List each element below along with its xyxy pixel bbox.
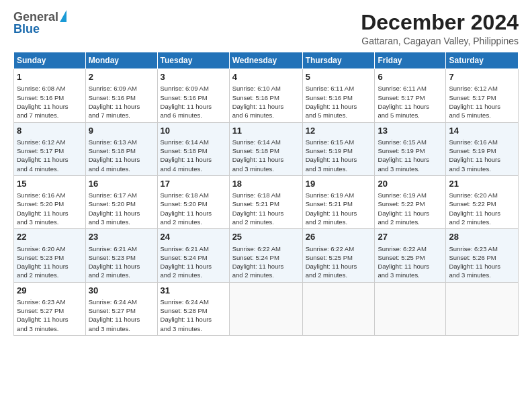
day-info-line: and 6 minutes. xyxy=(232,111,300,120)
day-number: 22 xyxy=(17,231,83,243)
day-info-line: Daylight: 11 hours xyxy=(306,155,372,164)
day-info-line: Sunrise: 6:12 AM xyxy=(17,138,83,146)
day-info-line: and 2 minutes. xyxy=(161,271,226,279)
day-number: 9 xyxy=(89,125,154,137)
day-info-line: Daylight: 11 hours xyxy=(232,102,300,111)
calendar-cell: 26Sunrise: 6:22 AMSunset: 5:25 PMDayligh… xyxy=(302,229,375,282)
calendar-cell xyxy=(302,282,375,335)
day-info-line: and 5 minutes. xyxy=(306,111,372,120)
day-info-line: and 2 minutes. xyxy=(449,218,515,226)
col-header-tuesday: Tuesday xyxy=(157,52,229,69)
col-header-sunday: Sunday xyxy=(14,52,86,69)
calendar-cell: 16Sunrise: 6:17 AMSunset: 5:20 PMDayligh… xyxy=(85,175,157,228)
day-info-line: Daylight: 11 hours xyxy=(232,262,300,271)
day-info-line: Sunset: 5:17 PM xyxy=(378,93,443,102)
calendar-cell: 27Sunrise: 6:22 AMSunset: 5:25 PMDayligh… xyxy=(375,229,446,282)
logo-blue: Blue xyxy=(13,23,40,36)
day-info-line: Sunset: 5:19 PM xyxy=(306,146,372,155)
day-info-line: Sunset: 5:24 PM xyxy=(161,253,226,262)
day-info-line: Daylight: 11 hours xyxy=(378,262,443,271)
day-info-line: Daylight: 11 hours xyxy=(449,262,515,271)
day-info-line: Sunset: 5:17 PM xyxy=(17,146,83,155)
day-info-line: Sunrise: 6:11 AM xyxy=(306,84,372,93)
calendar-cell: 14Sunrise: 6:16 AMSunset: 5:19 PMDayligh… xyxy=(446,122,519,175)
day-info-line: Sunrise: 6:15 AM xyxy=(306,138,372,146)
col-header-saturday: Saturday xyxy=(446,52,519,69)
day-info-line: Sunrise: 6:14 AM xyxy=(232,138,300,146)
calendar-cell: 21Sunrise: 6:20 AMSunset: 5:22 PMDayligh… xyxy=(446,175,519,228)
month-title: December 2024 xyxy=(361,11,519,34)
day-info-line: Daylight: 11 hours xyxy=(161,262,226,271)
day-number: 6 xyxy=(378,71,443,83)
day-info-line: Daylight: 11 hours xyxy=(449,209,515,218)
day-info-line: Daylight: 11 hours xyxy=(17,102,83,111)
day-info-line: and 3 minutes. xyxy=(89,324,154,333)
calendar-cell: 19Sunrise: 6:19 AMSunset: 5:21 PMDayligh… xyxy=(302,175,375,228)
day-number: 30 xyxy=(89,285,154,297)
day-info-line: Sunset: 5:21 PM xyxy=(306,199,372,208)
day-info-line: Sunrise: 6:14 AM xyxy=(161,138,226,146)
day-info-line: Sunrise: 6:18 AM xyxy=(232,191,300,199)
day-info-line: Daylight: 11 hours xyxy=(17,209,83,218)
day-info-line: and 3 minutes. xyxy=(449,165,515,173)
day-info-line: Sunset: 5:18 PM xyxy=(232,146,300,155)
day-info-line: Sunrise: 6:16 AM xyxy=(17,191,83,199)
day-info-line: Sunrise: 6:20 AM xyxy=(449,191,515,199)
day-number: 25 xyxy=(232,231,300,243)
calendar-cell xyxy=(446,282,519,335)
day-info-line: and 3 minutes. xyxy=(232,165,300,173)
day-info-line: Sunrise: 6:24 AM xyxy=(89,298,154,306)
day-info-line: Sunset: 5:26 PM xyxy=(449,253,515,262)
location: Gattaran, Cagayan Valley, Philippines xyxy=(361,36,519,46)
day-info-line: and 3 minutes. xyxy=(378,271,443,279)
day-info-line: Daylight: 11 hours xyxy=(378,102,443,111)
day-info-line: Sunset: 5:19 PM xyxy=(449,146,515,155)
calendar-cell: 3Sunrise: 6:09 AMSunset: 5:16 PMDaylight… xyxy=(157,69,229,122)
title-block: December 2024 Gattaran, Cagayan Valley, … xyxy=(361,11,519,46)
calendar-table: SundayMondayTuesdayWednesdayThursdayFrid… xyxy=(13,52,519,336)
calendar-cell: 30Sunrise: 6:24 AMSunset: 5:27 PMDayligh… xyxy=(85,282,157,335)
day-info-line: and 7 minutes. xyxy=(17,111,83,120)
day-info-line: and 3 minutes. xyxy=(17,218,83,226)
day-info-line: Sunset: 5:28 PM xyxy=(161,306,226,315)
day-info-line: Sunset: 5:25 PM xyxy=(378,253,443,262)
day-info-line: and 3 minutes. xyxy=(449,271,515,279)
calendar-cell: 8Sunrise: 6:12 AMSunset: 5:17 PMDaylight… xyxy=(14,122,86,175)
day-number: 21 xyxy=(449,178,515,190)
day-info-line: Sunset: 5:20 PM xyxy=(89,199,154,208)
day-number: 28 xyxy=(449,231,515,243)
day-info-line: Sunset: 5:25 PM xyxy=(306,253,372,262)
day-number: 12 xyxy=(306,125,372,137)
day-info-line: Sunrise: 6:10 AM xyxy=(232,84,300,93)
day-info-line: Sunrise: 6:21 AM xyxy=(161,244,226,253)
calendar-cell xyxy=(375,282,446,335)
day-info-line: Sunrise: 6:24 AM xyxy=(161,298,226,306)
day-info-line: Sunrise: 6:11 AM xyxy=(378,84,443,93)
day-info-line: and 2 minutes. xyxy=(17,271,83,279)
day-info-line: Sunrise: 6:22 AM xyxy=(378,244,443,253)
day-info-line: and 2 minutes. xyxy=(306,218,372,226)
day-info-line: Sunset: 5:16 PM xyxy=(17,93,83,102)
calendar-cell xyxy=(229,282,302,335)
day-info-line: and 3 minutes. xyxy=(89,218,154,226)
day-info-line: Sunrise: 6:23 AM xyxy=(449,244,515,253)
day-info-line: Sunset: 5:22 PM xyxy=(449,199,515,208)
day-info-line: Sunset: 5:23 PM xyxy=(89,253,154,262)
calendar-cell: 17Sunrise: 6:18 AMSunset: 5:20 PMDayligh… xyxy=(157,175,229,228)
day-info-line: Sunrise: 6:19 AM xyxy=(306,191,372,199)
header: General Blue December 2024 Gattaran, Cag… xyxy=(13,11,519,46)
day-info-line: Daylight: 11 hours xyxy=(378,209,443,218)
day-info-line: Sunrise: 6:20 AM xyxy=(17,244,83,253)
day-info-line: Daylight: 11 hours xyxy=(89,315,154,324)
day-info-line: Sunset: 5:21 PM xyxy=(232,199,300,208)
day-number: 26 xyxy=(306,231,372,243)
calendar-cell: 29Sunrise: 6:23 AMSunset: 5:27 PMDayligh… xyxy=(14,282,86,335)
calendar-cell: 5Sunrise: 6:11 AMSunset: 5:16 PMDaylight… xyxy=(302,69,375,122)
col-header-friday: Friday xyxy=(375,52,446,69)
day-info-line: Daylight: 11 hours xyxy=(17,315,83,324)
day-info-line: Daylight: 11 hours xyxy=(161,155,226,164)
day-info-line: Daylight: 11 hours xyxy=(161,315,226,324)
col-header-monday: Monday xyxy=(85,52,157,69)
calendar-cell: 12Sunrise: 6:15 AMSunset: 5:19 PMDayligh… xyxy=(302,122,375,175)
day-number: 5 xyxy=(306,71,372,83)
